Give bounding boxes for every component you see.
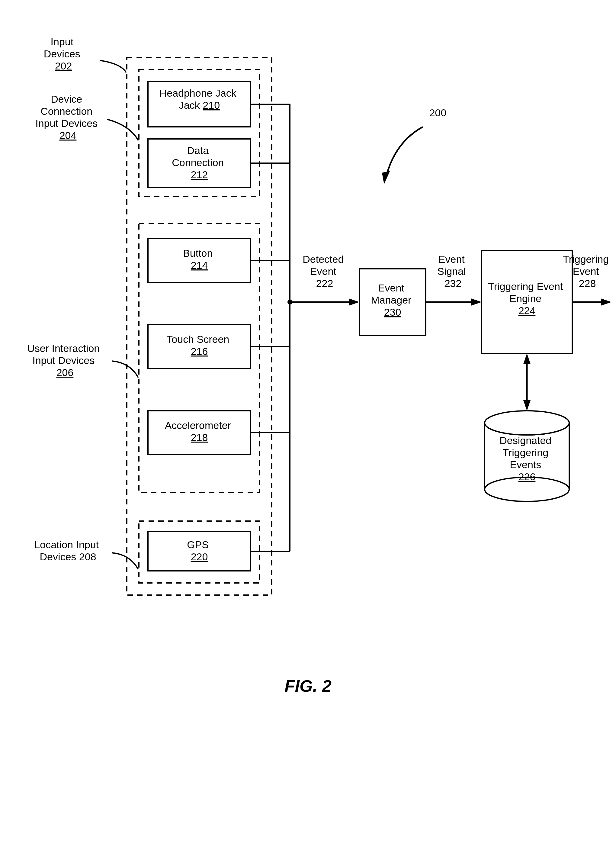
location-input-connector [112,553,138,569]
event-signal-label: Event Signal 232 [437,253,469,289]
input-devices-label: Input Devices 202 [44,36,83,71]
svg-point-5 [485,411,569,435]
designated-triggering-events-label: Designated Triggering Events 226 [499,435,554,483]
svg-marker-0 [349,298,360,306]
user-interaction-connector [112,361,138,378]
input-devices-connector [100,61,126,73]
figure-number: 200 [429,107,447,118]
diagram-canvas: Headphone Jack Jack 210 Data Connection … [0,0,616,853]
device-connection-label: Device Connection Input Devices 204 [35,93,100,141]
user-interaction-label: User Interaction Input Devices 206 [27,343,102,378]
svg-point-1 [287,300,292,305]
location-input-label: Location Input Devices 208 [34,539,102,562]
figure-caption: FIG. 2 [284,676,332,695]
device-connection-connector [107,119,138,140]
detected-event-label: Detected Event 222 [303,253,347,289]
svg-marker-3 [601,298,611,306]
figure-number-pointer [387,127,423,175]
svg-marker-8 [382,171,390,184]
svg-marker-7 [523,400,531,411]
svg-marker-2 [471,298,482,306]
svg-marker-6 [523,354,531,364]
